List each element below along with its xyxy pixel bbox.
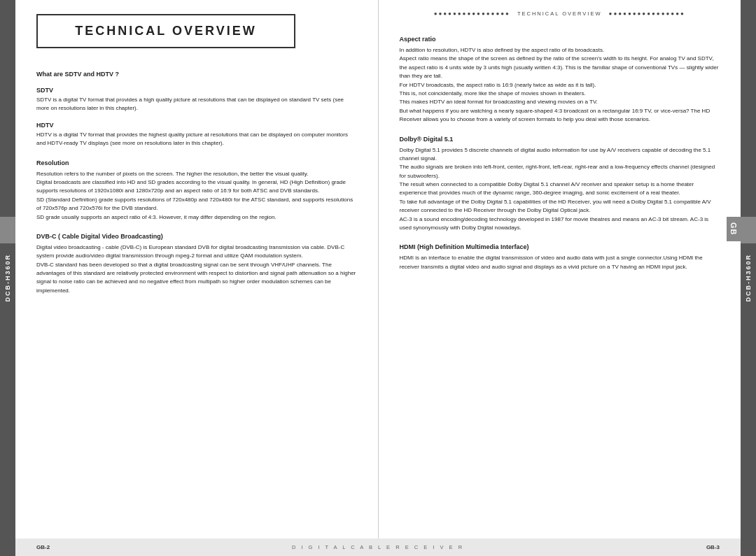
header-title: TECHNICAL OVERVIEW <box>517 10 602 17</box>
sub-heading-hdtv: HDTV <box>36 122 357 129</box>
left-tab-label: DCB-H360R <box>4 254 11 302</box>
right-section-tab-1 <box>741 217 756 243</box>
right-sidebar-tab: DCB-H360R <box>741 0 756 556</box>
right-tab-label: DCB-H360R <box>745 254 752 302</box>
section-heading-dolby: Dolby® Digital 5.1 <box>400 136 720 143</box>
header-dots-right: ●●●●●●●●●●●●●●●● <box>609 10 685 17</box>
dolby-text: Dolby Digital 5.1 provides 5 discrete ch… <box>400 146 720 233</box>
section-heading-hdmi: HDMI (High Definition Multimedia Interfa… <box>400 243 720 250</box>
section-heading-sdtv-hdtv: What are SDTV and HDTV ? <box>36 71 357 78</box>
sub-heading-sdtv: SDTV <box>36 87 357 94</box>
footer-right-page-num: GB-3 <box>706 544 720 550</box>
resolution-text: Resolution refers to the number of pixel… <box>36 170 357 222</box>
main-container: DCB-H360R TECHNICAL OVERVIEW What are SD… <box>0 0 756 556</box>
footer-left-page-num: GB-2 <box>36 544 50 550</box>
left-section-tab-1 <box>0 217 15 243</box>
gb-badge-right: GB <box>727 217 741 241</box>
sdtv-text: SDTV is a digital TV format that provide… <box>36 96 357 113</box>
footer: GB-2 D I G I T A L C A B L E R E C E I V… <box>15 539 741 556</box>
hdtv-text: HDTV is a digital TV format that provide… <box>36 131 357 148</box>
aspect-text: In addition to resolution, HDTV is also … <box>400 46 720 124</box>
section-heading-aspect: Aspect ratio <box>400 36 720 43</box>
title-box: TECHNICAL OVERVIEW <box>36 14 295 48</box>
dvbc-text: Digital video broadcasting - cable (DVB-… <box>36 243 357 295</box>
section-heading-dvbc: DVB-C ( Cable Digital Video Broadcasting… <box>36 233 357 240</box>
page-title: TECHNICAL OVERVIEW <box>52 24 280 38</box>
footer-center-text: D I G I T A L C A B L E R E C E I V E R <box>292 544 464 550</box>
left-page: TECHNICAL OVERVIEW What are SDTV and HDT… <box>15 0 379 539</box>
header-dots-left: ●●●●●●●●●●●●●●●● <box>434 10 510 17</box>
left-sidebar-tab: DCB-H360R <box>0 0 15 556</box>
right-page: ●●●●●●●●●●●●●●●● TECHNICAL OVERVIEW ●●●●… <box>379 0 741 539</box>
pages-spread: TECHNICAL OVERVIEW What are SDTV and HDT… <box>15 0 741 539</box>
content-area: TECHNICAL OVERVIEW What are SDTV and HDT… <box>15 0 741 556</box>
hdmi-text: HDMI is an interface to enable the digit… <box>400 254 720 271</box>
section-heading-resolution: Resolution <box>36 159 357 166</box>
right-page-header: ●●●●●●●●●●●●●●●● TECHNICAL OVERVIEW ●●●●… <box>400 10 720 17</box>
